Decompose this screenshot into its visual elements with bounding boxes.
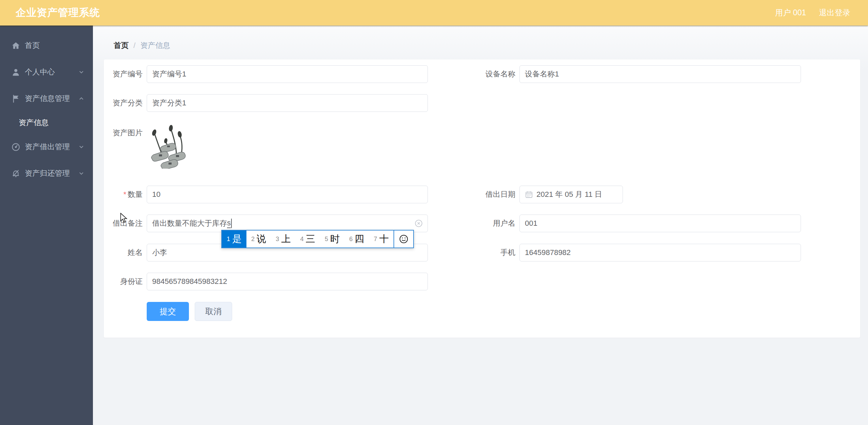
breadcrumb: 首页 / 资产信息 [114,40,170,51]
ime-emoji-button[interactable] [394,231,413,248]
home-icon [11,41,20,50]
phone-label: 手机 [477,244,519,261]
quantity-input[interactable] [147,186,428,203]
logout-link[interactable]: 退出登录 [819,7,850,18]
ime-candidate-bar: 1是 2说 3上 4三 5时 6四 7十 [221,230,414,248]
sidebar-item-personal-center[interactable]: 个人中心 [0,59,93,85]
sidebar-item-label: 资产信息 [19,118,49,128]
field-quantity: *数量 [104,186,428,203]
ime-candidate-7[interactable]: 7十 [369,231,393,248]
bell-off-icon [11,169,20,178]
chevron-up-icon [79,96,84,101]
device-name-input[interactable] [519,65,801,83]
asset-category-input[interactable] [147,94,428,112]
lend-date-value: 2021 年 05 月 11 日 [536,189,602,200]
asset-no-input[interactable] [147,65,428,83]
chevron-down-icon [79,144,84,150]
smiley-icon [399,234,409,244]
form-actions: 提交 取消 [147,302,232,321]
id-card-label: 身份证 [104,273,147,290]
ime-candidate-5[interactable]: 5时 [320,231,344,248]
asset-category-label: 资产分类 [104,94,147,112]
form-card: 资产编号 设备名称 资产分类 资产图片 [104,60,860,338]
flag-icon [11,94,20,103]
lend-note-value: 借出数量不能大于库存 [152,218,227,228]
mouse-cursor [120,213,129,224]
ime-candidate-1[interactable]: 1是 [222,231,246,248]
field-username: 用户名 [477,215,801,232]
cancel-button[interactable]: 取消 [195,302,232,321]
asset-no-label: 资产编号 [104,65,147,83]
sidebar-item-asset-return-mgmt[interactable]: 资产归还管理 [0,160,93,187]
field-phone: 手机 [477,244,801,261]
ime-candidate-2[interactable]: 2说 [246,231,271,248]
text-caret [231,219,232,228]
username-input[interactable] [519,215,801,232]
sidebar-item-label: 个人中心 [25,67,55,77]
sidebar-item-label: 资产信息管理 [25,94,70,104]
field-device-name: 设备名称 [477,65,801,83]
required-mark: * [123,190,126,199]
lend-date-input[interactable]: 2021 年 05 月 11 日 [519,186,623,203]
sidebar-item-asset-lend-mgmt[interactable]: 资产借出管理 [0,134,93,160]
field-asset-no: 资产编号 [104,65,428,83]
field-asset-category: 资产分类 [104,94,428,112]
app-title: 企业资产管理系统 [16,6,100,20]
name-label: 姓名 [104,244,147,261]
breadcrumb-separator: / [133,41,135,50]
ime-candidate-4[interactable]: 4三 [295,231,320,248]
lend-date-label: 借出日期 [477,186,519,203]
sidebar-item-label: 资产归还管理 [25,168,70,178]
header-right: 用户 001 退出登录 [775,7,850,18]
sidebar-item-home[interactable]: 首页 [0,32,93,59]
header-user: 用户 001 [775,7,806,18]
breadcrumb-current: 资产信息 [140,40,170,51]
ime-composition-text: s [227,219,231,228]
sidebar-item-asset-info[interactable]: 资产信息 [0,112,93,134]
ime-candidate-6[interactable]: 6四 [344,231,369,248]
asset-image-preview[interactable] [147,124,191,169]
breadcrumb-home[interactable]: 首页 [114,40,129,51]
phone-input[interactable] [519,244,801,261]
screen: 企业资产管理系统 用户 001 退出登录 首页 个人中心 资产信息 [0,0,868,425]
field-id-card: 身份证 [104,273,428,290]
id-card-input[interactable] [147,273,428,290]
clear-input-icon[interactable] [414,219,423,228]
field-asset-image: 资产图片 [104,124,428,169]
quantity-label: *数量 [104,186,147,203]
sidebar-item-label: 资产借出管理 [25,142,70,152]
username-label: 用户名 [477,215,519,232]
odometer-icon [11,142,20,152]
sidebar-item-asset-info-mgmt[interactable]: 资产信息管理 [0,85,93,112]
user-icon [11,68,20,77]
app-header: 企业资产管理系统 用户 001 退出登录 [0,0,868,26]
ime-candidate-3[interactable]: 3上 [271,231,295,248]
chevron-down-icon [79,171,84,176]
content-area: 首页 / 资产信息 资产编号 设备名称 资产分类 资产图片 [93,26,868,425]
chevron-down-icon [79,69,84,75]
calendar-icon [525,190,533,199]
device-name-label: 设备名称 [477,65,519,83]
sidebar-item-label: 首页 [25,40,40,51]
field-lend-date: 借出日期 2021 年 05 月 11 日 [477,186,623,203]
sidebar: 首页 个人中心 资产信息管理 资产信息 资 [0,26,93,425]
asset-image-label: 资产图片 [104,124,147,142]
submit-button[interactable]: 提交 [147,302,189,321]
